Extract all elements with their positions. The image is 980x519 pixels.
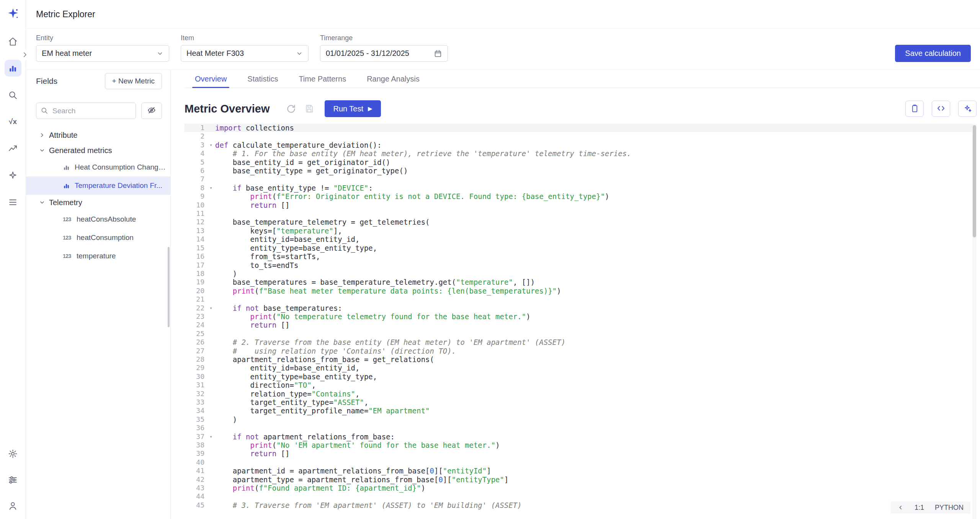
tab-range-analysis[interactable]: Range Analysis: [356, 70, 430, 88]
line-number: 30: [185, 372, 207, 381]
editor-scrollbar[interactable]: [972, 124, 977, 519]
save-calculation-button[interactable]: Save calculation: [895, 45, 971, 62]
code-view-button[interactable]: [932, 101, 950, 117]
hide-fields-button[interactable]: [141, 103, 162, 119]
search-icon[interactable]: [5, 86, 21, 103]
code-line[interactable]: 5 base_entity_id = get_originator_id(): [185, 158, 977, 166]
account-icon[interactable]: [5, 497, 21, 514]
code-line[interactable]: 44: [185, 492, 977, 501]
code-line[interactable]: 1import collections: [185, 124, 977, 132]
code-line[interactable]: 18 ): [185, 269, 977, 278]
code-line[interactable]: 36: [185, 424, 977, 432]
code-line[interactable]: 29 entity_id=base_entity_id,: [185, 364, 977, 372]
tab-statistics[interactable]: Statistics: [237, 70, 288, 88]
tab-time-patterns[interactable]: Time Patterns: [288, 70, 356, 88]
code-line[interactable]: 20 print(f"Base heat meter temperature d…: [185, 287, 977, 295]
code-line[interactable]: 42 apartment_type = apartment_relations_…: [185, 475, 977, 484]
code-line[interactable]: 26 # 2. Traverse from the base entity (E…: [185, 338, 977, 346]
code-line[interactable]: 4 # 1. For the base entity (EM heat mete…: [185, 149, 977, 158]
tree-section-telemetry[interactable]: Telemetry: [26, 195, 170, 210]
code-line[interactable]: 22▾ if not base_temperatures:: [185, 304, 977, 312]
code-line[interactable]: 15 entity_type=base_entity_type,: [185, 244, 977, 252]
code-line[interactable]: 7: [185, 175, 977, 183]
editor-scrollbar-thumb[interactable]: [973, 125, 976, 237]
code-lines: 1import collections23▾def calculate_temp…: [185, 124, 977, 509]
save-draft-button[interactable]: [301, 100, 318, 117]
tree-item-temperature[interactable]: 123temperature: [26, 247, 170, 265]
code-line[interactable]: 19 base_temperatures = base_temperature_…: [185, 278, 977, 286]
timerange-input[interactable]: 01/01/2025 - 31/12/2025: [320, 45, 448, 62]
code-line[interactable]: 24 return []: [185, 321, 977, 329]
run-test-label: Run Test: [333, 104, 363, 113]
fold-toggle-icon[interactable]: ▾: [207, 304, 215, 312]
code-line[interactable]: 3▾def calculate_temperature_deviation():: [185, 141, 977, 149]
code-line[interactable]: 2: [185, 132, 977, 140]
code-line[interactable]: 35 ): [185, 415, 977, 424]
run-test-button[interactable]: Run Test ▶: [325, 100, 381, 117]
code-line[interactable]: 40: [185, 458, 977, 467]
tree-item-heatconsumption[interactable]: 123heatConsumption: [26, 228, 170, 247]
code-line[interactable]: 6 base_entity_type = get_originator_type…: [185, 166, 977, 175]
line-number: 27: [185, 347, 207, 355]
tree-section-generated-metrics[interactable]: Generated metrics: [26, 143, 170, 158]
sidebar-scrollbar[interactable]: [168, 247, 170, 327]
formula-icon[interactable]: √x: [5, 113, 21, 130]
tree-item-temperature-deviation-fr[interactable]: Temperature Deviation Fr...: [26, 176, 170, 195]
sliders-icon[interactable]: [5, 471, 21, 488]
code-line[interactable]: 33 target_entity_type="ASSET",: [185, 398, 977, 406]
entity-select[interactable]: EM heat meter: [36, 45, 169, 62]
code-line[interactable]: 45 # 3. Traverse from 'EM apartment' (AS…: [185, 501, 977, 509]
code-line[interactable]: 16 from_ts=startTs,: [185, 252, 977, 261]
fold-toggle-icon[interactable]: ▾: [207, 184, 215, 192]
numeric-123-icon: 123: [63, 216, 72, 222]
code-line[interactable]: 31 direction="TO",: [185, 381, 977, 389]
home-icon[interactable]: [5, 33, 21, 50]
code-line[interactable]: 43 print(f"Found apartment ID: {apartmen…: [185, 484, 977, 492]
code-line[interactable]: 37▾ if not apartment_relations_from_base…: [185, 432, 977, 441]
code-line[interactable]: 39 return []: [185, 449, 977, 458]
fold-toggle-icon[interactable]: ▾: [207, 432, 215, 441]
copy-code-button[interactable]: [905, 101, 924, 117]
line-number: 1: [185, 124, 207, 132]
code-line[interactable]: 12 base_temperature_telemetry = get_tele…: [185, 218, 977, 226]
code-line[interactable]: 21: [185, 295, 977, 304]
fold-toggle-icon[interactable]: ▾: [207, 141, 215, 149]
refresh-button[interactable]: [283, 100, 299, 117]
ai-assist-button[interactable]: [958, 101, 977, 117]
code-line[interactable]: 13 keys=["temperature"],: [185, 227, 977, 235]
clipboard-icon: [910, 104, 919, 114]
code-line[interactable]: 41 apartment_id = apartment_relations_fr…: [185, 467, 977, 475]
bar-chart-icon[interactable]: [5, 60, 21, 77]
app-logo-icon[interactable]: [5, 5, 21, 22]
tree-item-heatconsabsolute[interactable]: 123heatConsAbsolute: [26, 210, 170, 228]
code-line[interactable]: 34 target_entity_profile_name="EM apartm…: [185, 406, 977, 415]
tree-item-heat-consumption-change[interactable]: Heat Consumption Change...: [26, 158, 170, 176]
line-number: 31: [185, 381, 207, 389]
item-select[interactable]: Heat Meter F303: [181, 45, 309, 62]
code-line[interactable]: 23 print("No temperature telemetry found…: [185, 312, 977, 321]
code-line[interactable]: 8▾ if base_entity_type != "DEVICE":: [185, 184, 977, 192]
code-editor[interactable]: 1import collections23▾def calculate_temp…: [185, 124, 977, 519]
chevron-left-icon[interactable]: [898, 504, 904, 511]
code-line[interactable]: 10 return []: [185, 201, 977, 209]
new-metric-button[interactable]: + New Metric: [105, 73, 162, 89]
sparkle-icon[interactable]: [5, 167, 21, 184]
code-line[interactable]: 32 relation_type="Contains",: [185, 390, 977, 398]
code-line[interactable]: 17 to_ts=endTs: [185, 261, 977, 269]
trend-icon[interactable]: [5, 140, 21, 157]
section-heading: Metric Overview: [185, 103, 270, 115]
search-input[interactable]: [36, 103, 136, 119]
tree-section-attribute[interactable]: Attribute: [26, 127, 170, 143]
code-line[interactable]: 28 apartment_relations_from_base = get_r…: [185, 355, 977, 364]
gear-icon[interactable]: [5, 445, 21, 462]
code-line[interactable]: 11: [185, 209, 977, 218]
tab-overview[interactable]: Overview: [185, 70, 237, 88]
code-line[interactable]: 27 # using relation type 'Contains' (dir…: [185, 347, 977, 355]
code-line[interactable]: 38 print("No 'EM apartment' found for th…: [185, 441, 977, 449]
code-line[interactable]: 30 entity_type=base_entity_type,: [185, 372, 977, 381]
menu-icon[interactable]: [5, 194, 21, 211]
code-line[interactable]: 9 print(f"Error: Originator entity is no…: [185, 192, 977, 201]
line-number: 3: [185, 141, 207, 149]
code-line[interactable]: 14 entity_id=base_entity_id,: [185, 235, 977, 243]
code-line[interactable]: 25: [185, 330, 977, 338]
